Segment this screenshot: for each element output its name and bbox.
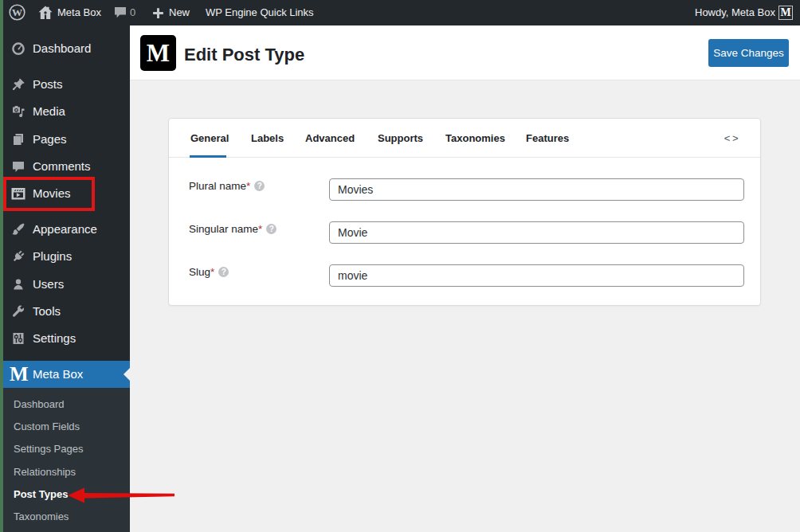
svg-text:W: W	[12, 6, 23, 18]
